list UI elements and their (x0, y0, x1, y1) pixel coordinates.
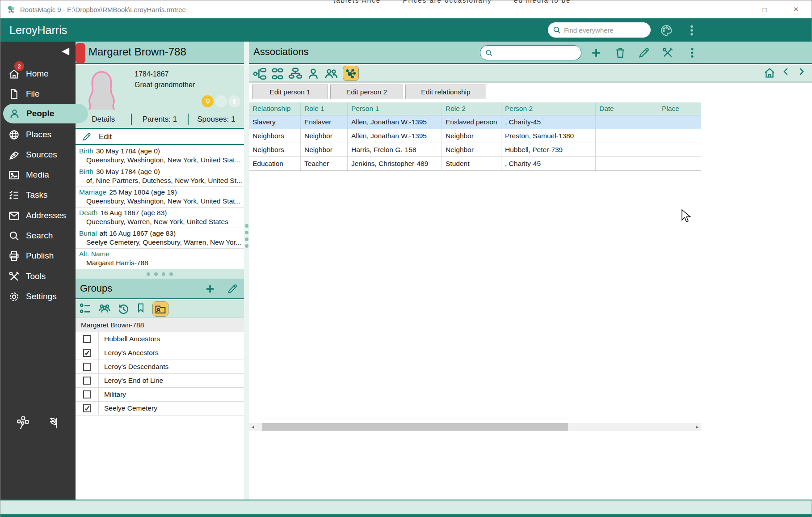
familysearch-tree-icon[interactable] (16, 416, 30, 430)
sidebar-item-media[interactable]: Media (0, 165, 76, 184)
sidebar-item-people[interactable]: People (3, 104, 88, 123)
person-list-icon[interactable] (79, 302, 93, 316)
rootsmagic-logo-icon (7, 5, 16, 14)
association-actions: Edit person 1 Edit person 2 Edit relatio… (249, 82, 812, 101)
forward-chevron-icon[interactable] (796, 67, 806, 80)
columns-circle-icon[interactable] (228, 95, 240, 107)
associations-view-active[interactable] (343, 66, 359, 81)
magnifier-icon (8, 230, 20, 242)
family-view-icon[interactable] (270, 67, 285, 80)
sidebar-item-settings[interactable]: Settings (0, 287, 76, 306)
group-row[interactable]: Seelye Cemetery (76, 402, 244, 415)
global-search-input[interactable] (564, 26, 653, 34)
global-search[interactable] (548, 22, 651, 38)
group-checkbox[interactable] (83, 404, 91, 412)
add-group-icon[interactable] (204, 283, 216, 295)
group-row[interactable]: Hubbell Ancestors (76, 332, 244, 346)
app-menu-kebab-icon[interactable] (685, 24, 698, 37)
home-person-icon[interactable] (763, 67, 776, 80)
avatar[interactable] (80, 68, 123, 110)
edit-group-icon[interactable] (227, 283, 238, 295)
background-bleed: tablets Alice Prices are occasionally ed… (0, 0, 812, 4)
col-place[interactable]: Place (658, 102, 701, 115)
palette-icon[interactable] (660, 24, 673, 37)
col-relationship[interactable]: Relationship (249, 102, 301, 115)
sidebar-item-addresses[interactable]: Addresses (0, 206, 76, 225)
scroll-right-arrow[interactable]: ▸ (694, 423, 701, 431)
edit-person-row[interactable]: Edit (76, 130, 244, 145)
group-row[interactable]: Leroy's Descendants (76, 360, 244, 374)
fact-row[interactable]: Alt. Name Margaret Harris-788 (76, 249, 244, 269)
fact-row[interactable]: Birth30 May 1784 (age 0) Queensbury, Was… (76, 146, 244, 166)
pen-nib-icon (8, 149, 20, 161)
sidebar-item-tasks[interactable]: Tasks (0, 186, 76, 204)
sidebar-collapse-icon[interactable]: ◀ (62, 45, 69, 57)
associations-search-input[interactable] (496, 49, 585, 57)
panel-splitter-horizontal[interactable] (76, 269, 244, 279)
folder-person-view-active[interactable] (152, 301, 168, 317)
groups-title: Groups (80, 283, 112, 294)
picture-icon (8, 169, 20, 181)
scroll-left-arrow[interactable]: ◂ (249, 423, 257, 431)
add-association-icon[interactable] (590, 47, 602, 59)
table-row[interactable]: Neighbors Neighbor Harris, Frelon G.-158… (249, 143, 701, 157)
pedigree-view-icon[interactable] (252, 67, 267, 80)
tab-spouses[interactable]: Spouses: 1 (189, 114, 244, 126)
fact-row[interactable]: Birth30 May 1784 (age 0) of, Nine Partne… (76, 166, 244, 187)
edit-person2-button[interactable]: Edit person 2 (330, 85, 403, 99)
associations-search[interactable] (480, 45, 581, 60)
col-role1[interactable]: Role 1 (301, 102, 348, 115)
person-relationship: Great grandmother (135, 81, 195, 89)
sidebar-nav: ◀ 2 Home File People Places Sources Medi… (0, 42, 76, 500)
table-row[interactable]: Slavery Enslaver Allen, Jonathan W.-1395… (249, 115, 701, 129)
group-checkbox[interactable] (83, 390, 91, 398)
sidebar-item-home[interactable]: 2 Home (0, 64, 76, 83)
color-code-tab[interactable] (76, 43, 85, 64)
group-row[interactable]: Leroy's Ancestors (76, 346, 244, 360)
col-person1[interactable]: Person 1 (348, 102, 442, 115)
sidebar-item-search[interactable]: Search (0, 226, 76, 245)
group-row[interactable]: Leroy's End of Line (76, 374, 244, 388)
association-tools-icon[interactable] (661, 47, 674, 59)
ancestry-leaf-icon[interactable] (46, 416, 60, 430)
col-person2[interactable]: Person 2 (501, 102, 596, 115)
delete-association-icon[interactable] (614, 47, 627, 59)
hint-lightbulb-icon[interactable] (202, 95, 214, 107)
person-view-icon[interactable] (306, 67, 320, 80)
sidebar-item-places[interactable]: Places (0, 125, 76, 144)
fact-row[interactable]: Burialaft 16 Aug 1867 (age 83) Seelye Ce… (76, 228, 244, 249)
table-row[interactable]: Neighbors Neighbor Allen, Jonathan W.-13… (249, 129, 701, 143)
search-icon (552, 25, 561, 34)
horizontal-scrollbar[interactable]: ◂ ▸ (249, 423, 701, 431)
sidebar-item-file[interactable]: File (0, 85, 76, 103)
panel-splitter-vertical[interactable] (244, 42, 249, 500)
status-circle-icon[interactable] (215, 95, 227, 107)
associations-title: Associations (253, 46, 309, 58)
scrollbar-thumb[interactable] (262, 423, 568, 431)
group-checkbox[interactable] (83, 363, 91, 371)
group-checkbox[interactable] (83, 349, 91, 357)
association-menu-kebab-icon[interactable] (686, 47, 698, 59)
sidebar-item-publish[interactable]: Publish (0, 246, 76, 265)
descendants-view-icon[interactable] (288, 67, 303, 80)
mouse-cursor (681, 209, 691, 223)
col-role2[interactable]: Role 2 (442, 102, 501, 115)
edit-relationship-button[interactable]: Edit relationship (405, 85, 486, 99)
tab-parents[interactable]: Parents: 1 (132, 114, 188, 126)
back-chevron-icon[interactable] (781, 67, 791, 80)
history-icon[interactable] (117, 302, 130, 316)
table-row[interactable]: Education Teacher Jenkins, Christopher-4… (249, 157, 701, 171)
group-checkbox[interactable] (83, 335, 91, 343)
sidebar-item-sources[interactable]: Sources (0, 145, 76, 164)
group-row[interactable]: Military (76, 388, 244, 402)
group-checkbox[interactable] (83, 377, 91, 385)
bookmark-icon[interactable] (135, 302, 146, 316)
edit-person1-button[interactable]: Edit person 1 (252, 85, 328, 99)
people-group-icon[interactable] (98, 302, 111, 316)
edit-association-icon[interactable] (638, 47, 650, 59)
sidebar-item-tools[interactable]: Tools (0, 267, 76, 286)
fact-row[interactable]: Marriage25 May 1804 (age 19) Queensbury,… (76, 187, 244, 208)
col-date[interactable]: Date (596, 102, 658, 115)
couple-view-icon[interactable] (324, 67, 338, 80)
fact-row[interactable]: Death16 Aug 1867 (age 83) Queensbury, Wa… (76, 208, 244, 228)
